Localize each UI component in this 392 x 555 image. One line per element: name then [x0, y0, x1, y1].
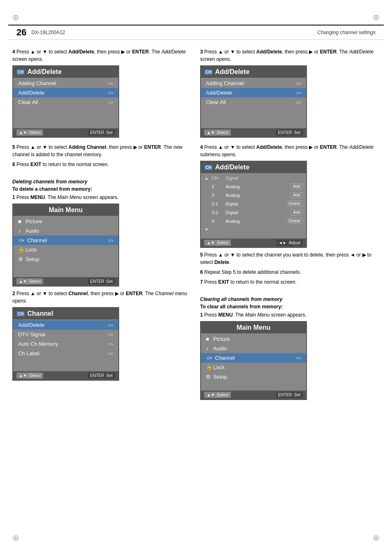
page-header: 26 DX-19L200A12 Changing channel setting… [8, 25, 384, 40]
channel-body: ▲ CH Signal 2 Analog Add 3 Analog Add [201, 173, 306, 238]
menu1-footer-right: ENTER :Set [88, 130, 115, 136]
submenu-footer: ▲▼ :Select ◄► :Adjust [201, 238, 306, 247]
main-menu-left-spacer [13, 264, 118, 276]
channel-row-chlabel: Ch Label >> [13, 349, 118, 358]
menu2-icon: CH [204, 69, 212, 75]
main-menu-right-audio: ♪ Audio [201, 344, 306, 353]
menu2-row-clearall: Clear All >> [201, 97, 306, 107]
corner-tr: ⊕ [373, 12, 380, 22]
corner-br: ⊕ [373, 533, 380, 543]
main-menu-right-title: Main Menu [237, 324, 271, 331]
main-menu-right-body: ■ Picture ♪ Audio CH Channel >> 🔒 Lock [201, 333, 306, 391]
submenu-icon: CH [204, 165, 212, 170]
menu1-row-adddel: Add/Delete >> [13, 88, 118, 97]
main-menu-right-picture: ■ Picture [201, 334, 306, 344]
channel-row-3-1: 3-1 Digital Delete [201, 199, 306, 208]
submenu-header: CH Add/Delete [201, 162, 306, 173]
channel-menu-left-footer: ▲▼ :Select ENTER :Set [13, 371, 118, 380]
delete-step2: 2 Press ▲ or ▼ to select Channel, then p… [12, 290, 192, 305]
menu2-empty-space [201, 107, 306, 127]
channel-spacer [201, 234, 306, 238]
channel-menu-left: CH Channel Add/Delete >> DTV Signal >> A… [12, 307, 119, 381]
main-menu-right-footer: ▲▼ :Select ENTER :Set [201, 391, 306, 399]
menu1-footer-left: ▲▼ :Select [16, 130, 43, 136]
action-delete-4: Delete [286, 218, 303, 224]
main-menu-left: Main Menu ■ Picture ♪ Audio CH Channel >… [12, 204, 119, 287]
main-menu-right-channel: CH Channel >> [201, 353, 306, 363]
add-delete-menu2: CH Add/Delete Adding Channel >> Add/Dele… [200, 65, 307, 138]
channel-footer-right: ENTER :Set [88, 372, 115, 379]
submenu-footer-right: ◄► :Adjust [276, 240, 303, 246]
step3-block-right: 3 Press ▲ or ▼ to select Add/Delete, the… [200, 48, 380, 138]
step3-text-right: 3 Press ▲ or ▼ to select Add/Delete, the… [200, 48, 380, 63]
channel-row-dtv: DTV Signal >> [13, 330, 118, 339]
right-column: 3 Press ▲ or ▼ to select Add/Delete, the… [200, 48, 380, 403]
main-menu-right-footer-left: ▲▼ :Select [204, 392, 231, 398]
chapter-title: Changing channel settings [318, 30, 376, 35]
channel-menu-left-header: CH Channel [13, 308, 118, 319]
main-menu-left-footer-right: ENTER :Set [88, 278, 115, 284]
menu2-title: Add/Delete [215, 68, 249, 76]
step4-text-right: 4 Press ▲ or ▼ to select Add/Delete, the… [200, 143, 380, 158]
add-delete-menu2-footer: ▲▼ :Select ENTER :Set [201, 128, 306, 137]
channel-row-4: 4 Analog Delete [201, 217, 306, 225]
channel-row-3: 3 Analog Add [201, 191, 306, 199]
menu1-row-clearall: Clear All >> [13, 97, 118, 107]
sub-clear-heading: To clear all channels from memory: [200, 304, 380, 310]
action-add-3-2: Add [291, 209, 303, 215]
left-column: 4 Press ▲ or ▼ to select Add/Delete, the… [12, 48, 192, 403]
add-delete-menu2-header: CH Add/Delete [201, 66, 306, 78]
action-delete-3-1: Delete [286, 201, 303, 207]
main-content: 4 Press ▲ or ▼ to select Add/Delete, the… [0, 40, 392, 412]
submenu-footer-left: ▲▼ :Select [204, 240, 231, 246]
menu2-footer-left: ▲▼ :Select [204, 130, 231, 136]
menu1-icon: CH [16, 69, 25, 75]
add-delete-menu1: CH Add/Delete Adding Channel >> Add/Dele… [12, 65, 119, 138]
menu1-title: Add/Delete [27, 68, 62, 76]
right-step5: 5 Press ▲ or ▼ to select the channel you… [200, 251, 380, 266]
main-menu-left-lock: 🔒 Lock [13, 245, 118, 254]
submenu-title: Add/Delete [215, 164, 249, 171]
right-step7: 7 Press EXIT to return to the normal scr… [200, 278, 380, 286]
channel-menu-spacer [13, 358, 118, 370]
step4-block: 4 Press ▲ or ▼ to select Add/Delete, the… [12, 48, 192, 138]
action-add-3: Add [291, 192, 303, 198]
action-add-2: Add [291, 183, 303, 190]
main-menu-right-footer-right: ENTER :Set [276, 392, 303, 398]
step5-text: 5 Press ▲ or ▼ to select Adding Channel,… [12, 143, 192, 158]
right-step6: 6 Repeat Step 5 to delete additional cha… [200, 268, 380, 276]
delete-step1: 1 Press MENU. The Main Menu screen appea… [12, 194, 192, 201]
model-name: DX-19L200A12 [31, 30, 65, 35]
main-menu-left-title: Main Menu [49, 206, 83, 214]
channel-menu-title: Channel [27, 310, 53, 317]
corner-bl: ⊕ [12, 533, 19, 543]
main-menu-left-setup: ⚙ Setup [13, 254, 118, 264]
main-menu-left-audio: ♪ Audio [13, 226, 118, 236]
channel-row-adddel: Add/Delete >> [13, 320, 118, 330]
main-menu-right-header: Main Menu [201, 322, 306, 333]
section-delete-heading: Deleting channels from memory [12, 179, 192, 185]
main-menu-left-channel: CH Channel >> [13, 236, 118, 245]
corner-tl: ⊕ [12, 12, 19, 22]
main-menu-left-footer-left: ▲▼ :Select [16, 278, 43, 284]
channel-menu-icon: CH [16, 311, 25, 317]
sub-delete-heading: To delete a channel from memory: [12, 186, 192, 192]
main-menu-left-footer: ▲▼ :Select ENTER :Set [13, 277, 118, 286]
add-delete-menu2-body: Adding Channel >> Add/Delete >> Clear Al… [201, 78, 306, 128]
channel-footer-left: ▲▼ :Select [16, 372, 43, 379]
add-delete-menu1-header: CH Add/Delete [13, 66, 118, 78]
channel-up-row: ▲ CH Signal [201, 174, 306, 182]
main-menu-right-setup: ⚙ Setup [201, 372, 306, 382]
section-clear-heading: Clearing all channels from memory [200, 296, 380, 302]
channel-down-row: ▼ [201, 225, 306, 234]
step4-text: 4 Press ▲ or ▼ to select Add/Delete, the… [12, 48, 192, 63]
main-menu-left-header: Main Menu [13, 204, 118, 216]
main-menu-left-body: ■ Picture ♪ Audio CH Channel >> 🔒 Lock [13, 216, 118, 277]
main-menu-left-picture: ■ Picture [13, 217, 118, 226]
clear-step1: 1 Press MENU. The Main Menu screen appea… [200, 311, 380, 319]
add-delete-submenu: CH Add/Delete ▲ CH Signal 2 Analog Add [200, 161, 307, 248]
step6-text: 6 Press EXIT to return to the normal scr… [12, 161, 192, 168]
channel-row-2: 2 Analog Add [201, 182, 306, 191]
channel-row-3-2: 3-2 Digital Add [201, 208, 306, 217]
channel-row-autoch: Auto Ch Memory >> [13, 339, 118, 349]
